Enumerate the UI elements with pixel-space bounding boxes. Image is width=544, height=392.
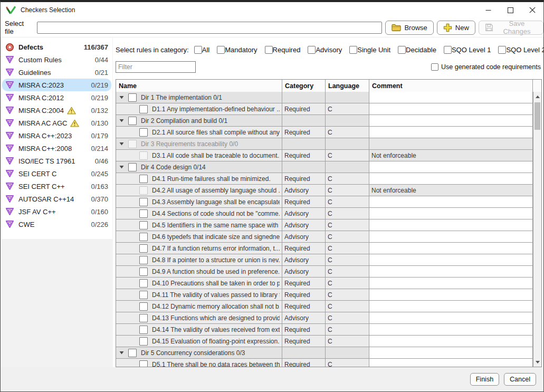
expand-arrow-icon[interactable] bbox=[119, 165, 125, 169]
rule-row[interactable]: D4.2 All usage of assembly language shou… bbox=[116, 185, 533, 196]
rule-checkbox[interactable] bbox=[139, 244, 148, 253]
sidebar-item-cwe[interactable]: CWE0/226 bbox=[2, 218, 111, 231]
group-checkbox[interactable] bbox=[128, 140, 137, 148]
rule-checkbox[interactable] bbox=[139, 186, 148, 195]
category-checkbox-sqo-level-1[interactable] bbox=[444, 46, 452, 54]
category-option-advisory[interactable]: Advisory bbox=[308, 46, 342, 54]
group-row[interactable]: Dir 1 The implementation 0/1 bbox=[116, 92, 533, 103]
category-checkbox-all[interactable] bbox=[194, 46, 202, 54]
close-button[interactable] bbox=[521, 2, 543, 18]
comment-cell[interactable]: Not enforceable bbox=[369, 185, 533, 196]
rule-checkbox[interactable] bbox=[139, 291, 148, 299]
rule-row[interactable]: D4.14 The validity of values received fr… bbox=[116, 324, 533, 336]
scroll-down-arrow-icon[interactable] bbox=[533, 358, 541, 366]
sidebar-item-misra-c-2023[interactable]: MISRA C:20230/219 bbox=[2, 79, 111, 91]
comment-cell[interactable] bbox=[369, 336, 533, 347]
use-generated-requirements-option[interactable]: Use generated code requirements bbox=[431, 63, 541, 71]
filter-input[interactable] bbox=[116, 61, 196, 73]
minimize-button[interactable] bbox=[477, 2, 499, 18]
sidebar-item-autosar-c-14[interactable]: AUTOSAR C++140/370 bbox=[2, 193, 111, 205]
cancel-button[interactable]: Cancel bbox=[504, 373, 536, 386]
comment-cell[interactable] bbox=[369, 289, 533, 300]
rule-checkbox[interactable] bbox=[139, 105, 148, 113]
use-generated-requirements-checkbox[interactable] bbox=[431, 63, 438, 71]
category-option-required[interactable]: Required bbox=[265, 46, 301, 54]
rule-row[interactable]: D4.11 The validity of values passed to l… bbox=[116, 289, 533, 301]
category-checkbox-advisory[interactable] bbox=[308, 46, 316, 54]
comment-cell[interactable] bbox=[369, 312, 533, 323]
category-option-decidable[interactable]: Decidable bbox=[398, 46, 436, 54]
maximize-button[interactable] bbox=[499, 2, 521, 18]
column-header-name[interactable]: Name bbox=[116, 80, 282, 92]
sidebar-item-guidelines[interactable]: Guidelines0/21 bbox=[2, 66, 111, 79]
category-option-sqo-level-1[interactable]: SQO Level 1 bbox=[444, 46, 491, 54]
rule-row[interactable]: D4.4 Sections of code should not be "com… bbox=[116, 208, 533, 219]
save-changes-button[interactable]: Save Changes bbox=[479, 21, 543, 35]
rule-checkbox[interactable] bbox=[139, 337, 148, 346]
comment-cell[interactable] bbox=[369, 324, 533, 335]
expand-arrow-icon[interactable] bbox=[119, 142, 125, 146]
column-header-language[interactable]: Language bbox=[326, 80, 369, 92]
rule-checkbox[interactable] bbox=[139, 233, 148, 241]
scroll-up-arrow-icon[interactable] bbox=[533, 93, 541, 100]
rule-row[interactable]: D4.8 If a pointer to a structure or unio… bbox=[116, 254, 533, 266]
rule-row[interactable]: D2.1 All source files shall compile with… bbox=[116, 127, 533, 138]
rule-checkbox[interactable] bbox=[139, 302, 148, 311]
select-file-input[interactable] bbox=[37, 22, 382, 34]
comment-cell[interactable] bbox=[369, 243, 533, 254]
rule-checkbox[interactable] bbox=[139, 221, 148, 230]
sidebar-item-misra-c-2012[interactable]: MISRA C:20120/219 bbox=[2, 91, 111, 104]
sidebar-item-misra-c-2004[interactable]: MISRA C:20040/132 bbox=[2, 104, 111, 117]
group-row[interactable]: Dir 4 Code design 0/14 bbox=[116, 161, 533, 173]
comment-cell[interactable] bbox=[369, 219, 533, 231]
sidebar-item-iso-iec-ts-17961[interactable]: ISO/IEC TS 179610/46 bbox=[2, 155, 111, 167]
comment-cell[interactable]: Not enforceable bbox=[369, 150, 533, 161]
expand-arrow-icon[interactable] bbox=[119, 95, 125, 99]
browse-button[interactable]: Browse bbox=[385, 21, 433, 35]
rule-checkbox[interactable] bbox=[139, 279, 148, 288]
group-row[interactable]: Dir 5 Concurrency considerations 0/3 bbox=[116, 347, 533, 359]
comment-cell[interactable] bbox=[369, 92, 533, 103]
category-checkbox-mandatory[interactable] bbox=[217, 46, 225, 54]
rule-row[interactable]: D4.1 Run-time failures shall be minimize… bbox=[116, 173, 533, 185]
rule-row[interactable]: D4.7 If a function returns error informa… bbox=[116, 243, 533, 254]
rule-checkbox[interactable] bbox=[139, 151, 148, 160]
rule-row[interactable]: D4.13 Functions which are designed to pr… bbox=[116, 312, 533, 324]
rule-checkbox[interactable] bbox=[139, 314, 148, 322]
rule-checkbox[interactable] bbox=[139, 360, 148, 367]
comment-cell[interactable] bbox=[369, 359, 533, 367]
rule-checkbox[interactable] bbox=[139, 198, 148, 206]
group-checkbox[interactable] bbox=[128, 117, 137, 125]
expand-arrow-icon[interactable] bbox=[119, 119, 125, 122]
sidebar-item-misra-c-2023[interactable]: MISRA C++:20230/179 bbox=[2, 129, 111, 142]
comment-cell[interactable] bbox=[369, 103, 533, 114]
finish-button[interactable]: Finish bbox=[470, 373, 499, 386]
rule-checkbox[interactable] bbox=[139, 128, 148, 137]
rule-row[interactable]: D4.12 Dynamic memory allocation shall no… bbox=[116, 301, 533, 312]
group-row[interactable]: Dir 2 Compilation and build 0/1 bbox=[116, 115, 533, 127]
sidebar-item-jsf-av-c[interactable]: JSF AV C++0/160 bbox=[2, 205, 111, 218]
rule-row[interactable]: D5.1 There shall be no data races betwee… bbox=[116, 359, 533, 367]
column-header-category[interactable]: Category bbox=[282, 80, 326, 92]
group-row[interactable]: Dir 3 Requirements traceability 0/0 bbox=[116, 138, 533, 150]
rule-row[interactable]: D4.6 typedefs that indicate size and sig… bbox=[116, 231, 533, 243]
column-header-comment[interactable]: Comment bbox=[369, 80, 533, 92]
rule-row[interactable]: D4.10 Precautions shall be taken in orde… bbox=[116, 278, 533, 289]
sidebar-item-custom-rules[interactable]: Custom Rules0/44 bbox=[2, 53, 111, 66]
sidebar-item-sei-cert-c[interactable]: SEI CERT C0/245 bbox=[2, 167, 111, 180]
rule-checkbox[interactable] bbox=[139, 209, 148, 218]
comment-cell[interactable] bbox=[369, 231, 533, 242]
expand-arrow-icon[interactable] bbox=[119, 351, 125, 355]
rule-checkbox[interactable] bbox=[139, 267, 148, 276]
group-checkbox[interactable] bbox=[128, 349, 137, 357]
scrollbar-thumb[interactable] bbox=[535, 102, 540, 130]
rule-row[interactable]: D4.3 Assembly language shall be encapsul… bbox=[116, 196, 533, 208]
category-checkbox-required[interactable] bbox=[265, 46, 273, 54]
rule-checkbox[interactable] bbox=[139, 256, 148, 264]
rule-row[interactable]: D4.5 Identifiers in the same name space … bbox=[116, 219, 533, 231]
rule-row[interactable]: D1.1 Any implementation-defined behaviou… bbox=[116, 103, 533, 115]
rule-row[interactable]: D3.1 All code shall be traceable to docu… bbox=[116, 150, 533, 161]
group-checkbox[interactable] bbox=[128, 93, 137, 102]
comment-cell[interactable] bbox=[369, 208, 533, 219]
comment-cell[interactable] bbox=[369, 347, 533, 358]
